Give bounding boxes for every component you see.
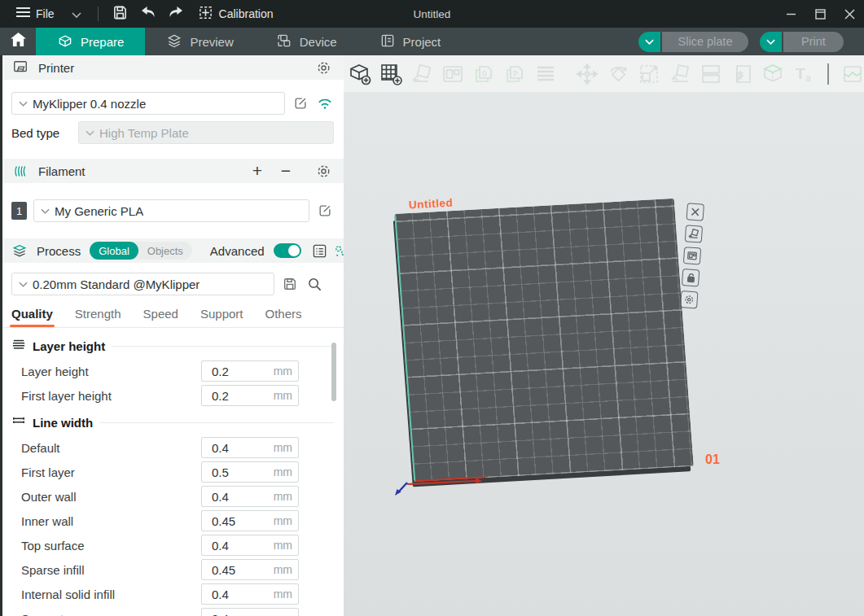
undo-icon	[140, 6, 156, 22]
setting-value: 0.2	[202, 365, 274, 378]
nav-tabbar: Prepare Preview Device Project	[0, 28, 864, 55]
connection-wifi-icon[interactable]	[316, 94, 334, 112]
fill-color-icon	[730, 62, 754, 86]
compare-presets-icon[interactable]	[333, 242, 344, 260]
file-menu-button[interactable]: File	[8, 0, 90, 28]
printer-preset-select[interactable]: MyKlipper 0.4 nozzle	[11, 92, 285, 115]
print-dropdown[interactable]	[760, 32, 782, 52]
tab-device[interactable]: Device	[255, 28, 358, 55]
app-window: File	[0, 0, 864, 616]
home-icon	[11, 33, 26, 50]
setting-row: First layer 0.5 mm	[21, 461, 334, 483]
bed-type-label: Bed type	[11, 126, 70, 140]
setting-row: Default 0.4 mm	[21, 437, 334, 458]
add-object-icon[interactable]	[348, 62, 372, 86]
viewport-toolbar: 0 P	[344, 55, 864, 92]
slice-plate-button[interactable]: Slice plate	[662, 32, 748, 52]
orient-plate-icon[interactable]	[685, 225, 703, 242]
tab-strength[interactable]: Strength	[75, 307, 121, 327]
plate-settings-icon[interactable]	[680, 291, 698, 308]
add-plate-icon[interactable]	[379, 62, 403, 86]
prepare-icon	[57, 33, 73, 51]
tab-support[interactable]: Support	[200, 307, 243, 327]
save-preset-icon[interactable]	[281, 275, 299, 293]
print-split-button: Print	[760, 32, 844, 52]
first-layer-height-input[interactable]: 0.2 mm	[201, 385, 299, 406]
redo-button[interactable]	[162, 0, 190, 28]
save-button[interactable]	[107, 0, 134, 28]
titlebar-divider	[98, 7, 99, 21]
setting-label: Layer height	[21, 365, 201, 378]
print-button[interactable]: Print	[783, 32, 844, 52]
setting-value: 0.4	[202, 612, 274, 616]
outer-wall-line-width-input[interactable]: 0.4 mm	[201, 486, 299, 507]
tab-speed[interactable]: Speed	[143, 307, 178, 327]
plate-name-label: Untitled	[409, 197, 454, 212]
filament-preset-select[interactable]: My Generic PLA	[33, 199, 309, 222]
setting-label: Support	[21, 612, 201, 616]
setting-row: First layer height 0.2 mm	[21, 385, 334, 406]
setting-row: Support 0.4 mm	[21, 608, 334, 616]
setting-unit: mm	[274, 490, 298, 503]
setting-label: Top surface	[21, 539, 201, 553]
setting-unit: mm	[274, 563, 298, 576]
preset-list-icon[interactable]	[312, 242, 327, 260]
process-tabs: Quality Strength Speed Support Others	[0, 304, 344, 328]
setting-row: Inner wall 0.45 mm	[21, 510, 334, 531]
arrange-plate-icon[interactable]	[683, 247, 701, 264]
tab-prepare[interactable]: Prepare	[36, 28, 145, 55]
sidebar-scrollbar[interactable]	[331, 343, 336, 401]
home-button[interactable]	[0, 28, 36, 55]
setting-row: Internal solid infill 0.4 mm	[21, 583, 334, 605]
setting-label: Outer wall	[21, 490, 201, 504]
default-line-width-input[interactable]: 0.4 mm	[201, 437, 299, 458]
support-line-width-input[interactable]: 0.4 mm	[201, 608, 299, 616]
setting-label: Default	[21, 441, 201, 455]
calibration-button[interactable]: Calibration	[190, 0, 282, 28]
close-button[interactable]	[835, 0, 864, 28]
sparse-infill-line-width-input[interactable]: 0.45 mm	[201, 559, 299, 580]
copy-icon: 0	[471, 62, 496, 86]
tab-preview[interactable]: Preview	[145, 28, 254, 55]
process-preset-select[interactable]: 0.20mm Standard @MyKlipper	[11, 273, 274, 295]
top-surface-line-width-input[interactable]: 0.4 mm	[201, 535, 299, 556]
slice-plate-dropdown[interactable]	[638, 32, 660, 52]
minimize-button[interactable]	[776, 0, 805, 28]
search-icon[interactable]	[305, 275, 323, 293]
toolbar-divider	[827, 63, 829, 85]
scope-objects-button[interactable]: Objects	[138, 242, 192, 260]
remove-filament-button[interactable]: −	[276, 163, 296, 179]
scene-3d[interactable]: Untitled 01	[344, 92, 864, 616]
maximize-button[interactable]	[805, 0, 835, 28]
svg-text:T: T	[796, 65, 805, 82]
undo-button[interactable]	[134, 0, 162, 28]
text-tool-icon: Ta	[792, 62, 816, 86]
bed-type-select[interactable]: High Temp Plate	[78, 121, 334, 144]
edit-filament-icon[interactable]	[316, 202, 334, 220]
add-filament-button[interactable]: +	[248, 163, 267, 179]
window-edge	[0, 55, 2, 616]
process-section-header: Process Global Objects Advanced	[0, 238, 344, 263]
advanced-toggle[interactable]	[274, 243, 301, 258]
rotate-icon	[606, 62, 630, 86]
build-plate[interactable]	[394, 199, 694, 482]
scope-global-button[interactable]: Global	[90, 242, 138, 260]
internal-solid-infill-line-width-input[interactable]: 0.4 mm	[201, 583, 299, 605]
arrange-icon	[441, 62, 465, 86]
setting-label: Internal solid infill	[21, 588, 201, 601]
setting-unit: mm	[274, 612, 298, 616]
titlebar: File	[0, 0, 864, 28]
layer-height-input[interactable]: 0.2 mm	[201, 360, 299, 382]
tab-quality[interactable]: Quality	[11, 307, 53, 327]
edit-printer-icon[interactable]	[292, 94, 309, 112]
tab-project[interactable]: Project	[358, 28, 463, 55]
delete-plate-icon[interactable]	[686, 203, 704, 221]
filament-settings-gear-icon[interactable]	[314, 162, 332, 180]
first-layer-line-width-input[interactable]: 0.5 mm	[201, 461, 299, 483]
inner-wall-line-width-input[interactable]: 0.45 mm	[201, 510, 299, 531]
setting-unit: mm	[274, 588, 298, 601]
tab-others[interactable]: Others	[265, 307, 302, 327]
printer-settings-gear-icon[interactable]	[314, 59, 332, 76]
process-preset-value: 0.20mm Standard @MyKlipper	[33, 277, 200, 291]
lock-plate-icon[interactable]	[682, 269, 700, 286]
